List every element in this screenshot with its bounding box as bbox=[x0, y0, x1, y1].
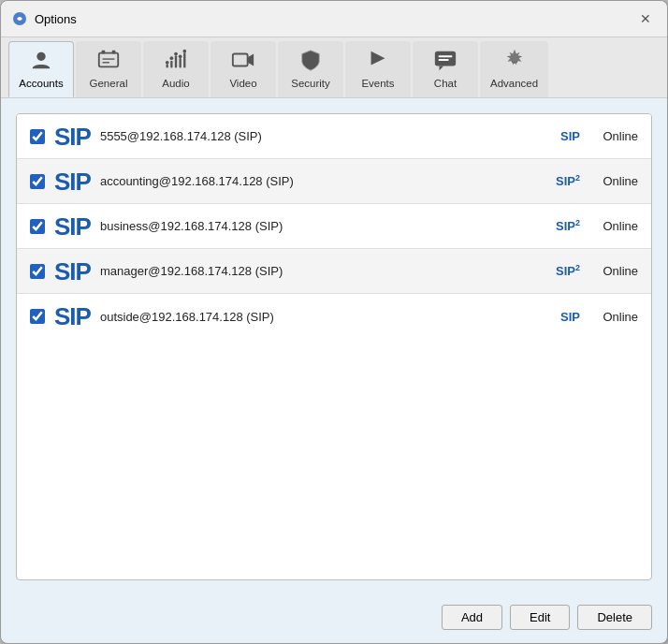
account-row: SIP outside@192.168.174.128 (SIP) SIP On… bbox=[17, 294, 651, 339]
account-checkbox[interactable] bbox=[30, 219, 45, 234]
account-row: SIP accounting@192.168.174.128 (SIP) SIP… bbox=[17, 159, 651, 204]
add-button[interactable]: Add bbox=[442, 605, 502, 630]
account-row: SIP 5555@192.168.174.128 (SIP) SIP Onlin… bbox=[17, 114, 651, 159]
account-checkbox[interactable] bbox=[30, 174, 45, 189]
account-status: Online bbox=[593, 310, 638, 324]
account-row: SIP business@192.168.174.128 (SIP) SIP2 … bbox=[17, 204, 651, 249]
toolbar: Accounts General bbox=[1, 37, 667, 98]
sip-prefix: SIP bbox=[54, 304, 91, 329]
svg-marker-19 bbox=[371, 51, 385, 66]
events-icon bbox=[366, 48, 390, 76]
svg-point-15 bbox=[179, 54, 182, 58]
account-name: business@192.168.174.128 (SIP) bbox=[100, 219, 546, 233]
account-status: Online bbox=[593, 264, 638, 278]
tab-general[interactable]: General bbox=[76, 41, 141, 97]
tab-accounts-label: Accounts bbox=[19, 78, 63, 89]
account-type: SIP bbox=[560, 129, 580, 143]
close-button[interactable]: ✕ bbox=[635, 8, 656, 29]
svg-marker-21 bbox=[440, 66, 444, 71]
svg-rect-17 bbox=[233, 54, 248, 66]
svg-point-1 bbox=[36, 52, 45, 61]
tab-general-label: General bbox=[90, 78, 128, 89]
tab-accounts[interactable]: Accounts bbox=[8, 41, 74, 97]
tab-video-label: Video bbox=[229, 78, 256, 89]
svg-point-16 bbox=[182, 50, 186, 53]
tab-chat-label: Chat bbox=[434, 78, 457, 89]
account-status: Online bbox=[593, 219, 638, 233]
chat-icon bbox=[433, 48, 457, 76]
svg-rect-2 bbox=[99, 53, 118, 67]
account-name: accounting@192.168.174.128 (SIP) bbox=[100, 174, 546, 188]
tab-chat[interactable]: Chat bbox=[413, 41, 478, 97]
bottom-bar: Add Edit Delete bbox=[1, 595, 667, 643]
svg-marker-18 bbox=[248, 54, 254, 66]
svg-rect-4 bbox=[112, 51, 116, 54]
account-type: SIP bbox=[560, 310, 580, 324]
sip-prefix: SIP bbox=[54, 124, 91, 149]
account-status: Online bbox=[593, 174, 638, 188]
tab-events[interactable]: Events bbox=[345, 41, 411, 97]
tab-security[interactable]: Security bbox=[278, 41, 343, 97]
general-icon bbox=[96, 48, 121, 76]
account-status: Online bbox=[593, 129, 638, 143]
account-checkbox[interactable] bbox=[30, 309, 45, 324]
accounts-list: SIP 5555@192.168.174.128 (SIP) SIP Onlin… bbox=[16, 113, 652, 580]
sip-prefix: SIP bbox=[54, 214, 91, 239]
sip-prefix: SIP bbox=[54, 259, 91, 284]
tab-security-label: Security bbox=[291, 78, 330, 89]
account-row: SIP manager@192.168.174.128 (SIP) SIP2 O… bbox=[17, 249, 651, 294]
delete-button[interactable]: Delete bbox=[577, 605, 652, 630]
svg-point-13 bbox=[170, 56, 174, 60]
account-checkbox[interactable] bbox=[30, 129, 45, 144]
tab-events-label: Events bbox=[361, 78, 394, 89]
window-title: Options bbox=[35, 12, 77, 26]
svg-rect-20 bbox=[435, 51, 456, 66]
video-icon bbox=[231, 48, 255, 76]
content-area: SIP 5555@192.168.174.128 (SIP) SIP Onlin… bbox=[1, 98, 667, 595]
options-window: Options ✕ Accounts bbox=[0, 0, 668, 644]
title-bar-left: Options bbox=[12, 11, 77, 26]
audio-icon bbox=[164, 48, 188, 76]
account-name: outside@192.168.174.128 (SIP) bbox=[100, 310, 551, 324]
tab-advanced[interactable]: Advanced bbox=[480, 41, 548, 97]
tab-audio-label: Audio bbox=[162, 78, 189, 89]
svg-rect-3 bbox=[102, 51, 106, 54]
edit-button[interactable]: Edit bbox=[510, 605, 570, 630]
accounts-icon bbox=[29, 48, 53, 76]
svg-point-12 bbox=[166, 61, 169, 65]
security-icon bbox=[298, 48, 323, 76]
account-name: 5555@192.168.174.128 (SIP) bbox=[100, 129, 551, 143]
advanced-icon bbox=[502, 48, 527, 76]
account-type: SIP2 bbox=[556, 218, 580, 233]
tab-video[interactable]: Video bbox=[211, 41, 276, 97]
account-type: SIP2 bbox=[556, 173, 580, 188]
tab-advanced-label: Advanced bbox=[490, 78, 538, 89]
svg-point-14 bbox=[174, 52, 178, 56]
app-icon bbox=[12, 11, 27, 26]
account-checkbox[interactable] bbox=[30, 264, 45, 279]
account-type: SIP2 bbox=[556, 263, 580, 278]
tab-audio[interactable]: Audio bbox=[143, 41, 209, 97]
title-bar: Options ✕ bbox=[1, 1, 667, 37]
account-name: manager@192.168.174.128 (SIP) bbox=[100, 264, 546, 278]
sip-prefix: SIP bbox=[54, 169, 91, 194]
